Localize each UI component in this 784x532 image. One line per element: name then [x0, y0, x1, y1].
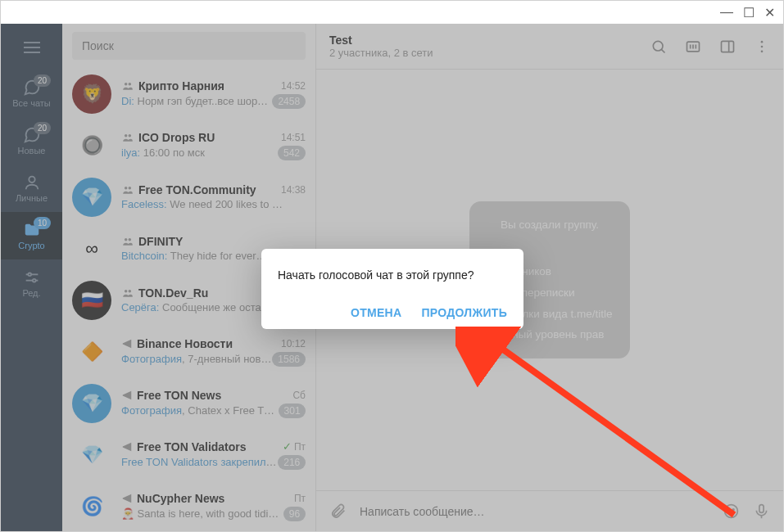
confirm-dialog: Начать голосовой чат в этой группе? ОТМЕ…: [261, 249, 523, 329]
window-close-icon[interactable]: ✕: [764, 5, 775, 20]
dialog-buttons: ОТМЕНА ПРОДОЛЖИТЬ: [278, 306, 507, 319]
dialog-message: Начать голосовой чат в этой группе?: [278, 268, 507, 282]
app-window: — ☐ ✕ Все чаты 20 Новые 20: [0, 0, 784, 532]
window-titlebar: — ☐ ✕: [1, 1, 783, 24]
window-maximize-icon[interactable]: ☐: [743, 5, 755, 20]
continue-button[interactable]: ПРОДОЛЖИТЬ: [421, 306, 507, 319]
window-minimize-icon[interactable]: —: [720, 5, 733, 20]
app-body: Все чаты 20 Новые 20 Личные: [1, 24, 783, 531]
cancel-button[interactable]: ОТМЕНА: [351, 306, 401, 319]
